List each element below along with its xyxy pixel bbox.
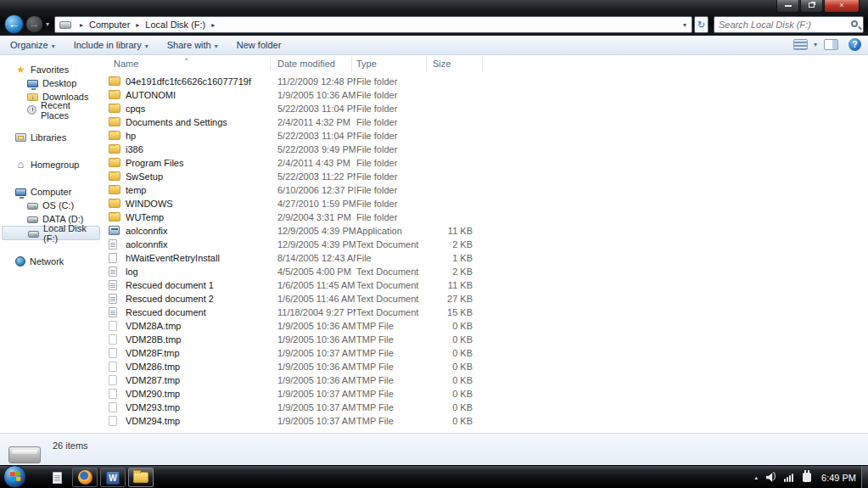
forward-button[interactable]: →	[25, 15, 43, 33]
volume-icon[interactable]	[766, 473, 776, 482]
table-row[interactable]: VDM28F.tmp 1/9/2005 10:37 AM TMP File 0 …	[102, 347, 868, 361]
table-row[interactable]: SwSetup 5/22/2003 11:22 PM File folder	[102, 171, 868, 184]
close-button[interactable]: ×	[824, 0, 860, 13]
table-row[interactable]: WUTemp 2/9/2004 3:31 PM File folder	[102, 211, 868, 225]
search-input[interactable]	[719, 18, 846, 31]
address-bar[interactable]: ▸ Computer ▸ Local Disk (F:) ▸ ▾	[54, 16, 692, 33]
address-dropdown-icon[interactable]: ▾	[683, 21, 686, 29]
show-desktop-button[interactable]	[861, 466, 868, 488]
table-row[interactable]: Program Files 2/4/2011 4:43 PM File fold…	[102, 157, 868, 171]
clock[interactable]: 6:49 PM	[821, 473, 856, 483]
column-divider[interactable]	[482, 57, 483, 71]
file-name[interactable]: VDM290.tmp	[126, 389, 272, 399]
table-row[interactable]: temp 6/10/2006 12:37 PM File folder	[102, 184, 868, 198]
file-name[interactable]: VDM28F.tmp	[126, 348, 272, 358]
minimize-button[interactable]	[776, 0, 799, 13]
sidebar-item-local-disk-f[interactable]: Local Disk (F:)	[2, 226, 100, 240]
preview-pane-icon[interactable]	[824, 39, 838, 50]
table-row[interactable]: hWaitEventRetryInstall 8/14/2005 12:43 A…	[102, 252, 868, 266]
file-name[interactable]: VDM294.tmp	[126, 416, 272, 426]
table-row[interactable]: WINDOWS 4/27/2010 1:59 PM File folder	[102, 198, 868, 211]
toolbar-new-folder[interactable]: New folder	[227, 37, 294, 53]
file-name[interactable]: VDM293.tmp	[126, 402, 272, 412]
column-divider[interactable]	[351, 57, 352, 71]
column-header-date-modified[interactable]: Date modified	[277, 59, 335, 69]
refresh-button[interactable]: ↻	[694, 16, 708, 33]
table-row[interactable]: VDM290.tmp 1/9/2005 10:37 AM TMP File 0 …	[102, 388, 868, 401]
table-row[interactable]: i386 5/22/2003 9:49 PM File folder	[102, 143, 868, 157]
search-box[interactable]	[714, 16, 864, 33]
table-row[interactable]: Rescued document 11/18/2004 9:27 PM Text…	[102, 306, 868, 320]
file-name[interactable]: hWaitEventRetryInstall	[126, 253, 272, 263]
file-name[interactable]: Rescued document 1	[126, 280, 272, 290]
start-button[interactable]	[3, 465, 26, 488]
file-name[interactable]: log	[126, 266, 272, 277]
sidebar-item-network[interactable]: Network	[2, 255, 100, 267]
column-header-name[interactable]: Name	[114, 59, 138, 69]
file-name[interactable]: Rescued document 2	[126, 294, 272, 304]
restore-button[interactable]	[800, 0, 823, 13]
table-row[interactable]: VDM287.tmp 1/9/2005 10:36 AM TMP File 0 …	[102, 374, 868, 388]
table-row[interactable]: Rescued document 2 1/6/2005 11:46 AM Tex…	[102, 293, 868, 306]
file-name[interactable]: 04e191dfc1fc6626c16077719f	[126, 76, 272, 87]
table-row[interactable]: log 4/5/2005 4:00 PM Text Document 2 KB	[102, 266, 868, 279]
taskbar-explorer-button[interactable]	[128, 468, 154, 487]
file-name[interactable]: temp	[126, 185, 272, 195]
breadcrumb-local-disk-f[interactable]: Local Disk (F:)	[144, 20, 206, 30]
toolbar-include-in-library[interactable]: Include in library▾	[64, 37, 157, 53]
table-row[interactable]: Rescued document 1 1/6/2005 11:45 AM Tex…	[102, 279, 868, 293]
file-name[interactable]: Rescued document	[126, 307, 272, 317]
network-icon[interactable]	[784, 473, 794, 482]
sidebar-item-libraries[interactable]: Libraries	[2, 131, 100, 143]
column-divider[interactable]	[426, 57, 427, 71]
column-header-size[interactable]: Size	[433, 59, 451, 69]
sidebar-item-desktop[interactable]: Desktop	[2, 76, 100, 89]
toolbar-share-with[interactable]: Share with▾	[157, 37, 227, 53]
sidebar-item-computer[interactable]: Computer	[2, 185, 100, 198]
file-name[interactable]: aolconnfix	[126, 239, 272, 250]
file-name[interactable]: VDM28A.tmp	[126, 321, 272, 331]
file-name[interactable]: i386	[126, 144, 272, 154]
table-row[interactable]: aolconnfix 12/9/2005 4:39 PM Text Docume…	[102, 238, 868, 252]
taskbar-document-button[interactable]	[44, 468, 70, 487]
toolbar-organize[interactable]: Organize▾	[0, 37, 64, 53]
help-icon[interactable]: ?	[848, 38, 861, 51]
file-name[interactable]: VDM28B.tmp	[126, 334, 272, 345]
file-name[interactable]: AUTONOMI	[126, 90, 272, 100]
sidebar-item-homegroup[interactable]: ⌂ Homegroup	[2, 158, 100, 171]
file-name[interactable]: hp	[126, 131, 272, 141]
show-hidden-icons-button[interactable]: ▴	[755, 474, 759, 481]
back-button[interactable]: ←	[4, 14, 24, 34]
table-row[interactable]: VDM294.tmp 1/9/2005 10:37 AM TMP File 0 …	[102, 415, 868, 429]
sidebar-item-os-c[interactable]: OS (C:)	[2, 199, 100, 211]
file-name[interactable]: SwSetup	[126, 171, 272, 182]
change-view-icon[interactable]	[793, 39, 808, 50]
table-row[interactable]: AUTONOMI 1/9/2005 10:36 AM File folder	[102, 89, 868, 103]
file-name[interactable]: aolconnfix	[126, 226, 272, 236]
file-name[interactable]: cpqs	[126, 104, 272, 114]
file-name[interactable]: Documents and Settings	[126, 117, 272, 127]
table-row[interactable]: aolconnfix 12/9/2005 4:39 PM Application…	[102, 225, 868, 238]
file-name[interactable]: WINDOWS	[126, 199, 272, 209]
breadcrumb-computer[interactable]: Computer	[88, 20, 131, 30]
file-name[interactable]: WUTemp	[126, 212, 272, 222]
table-row[interactable]: VDM286.tmp 1/9/2005 10:36 AM TMP File 0 …	[102, 361, 868, 374]
table-row[interactable]: cpqs 5/22/2003 11:04 PM File folder	[102, 103, 868, 116]
table-row[interactable]: 04e191dfc1fc6626c16077719f 11/2/2009 12:…	[102, 76, 868, 89]
sidebar-item-recent-places[interactable]: Recent Places	[2, 104, 100, 116]
sidebar-item-favorites[interactable]: ★ Favorites	[2, 63, 100, 76]
column-divider[interactable]	[270, 57, 271, 71]
table-row[interactable]: VDM28B.tmp 1/9/2005 10:36 AM TMP File 0 …	[102, 334, 868, 347]
taskbar-firefox-button[interactable]	[72, 468, 98, 487]
table-row[interactable]: VDM28A.tmp 1/9/2005 10:36 AM TMP File 0 …	[102, 320, 868, 334]
file-name[interactable]: Program Files	[126, 158, 272, 168]
table-row[interactable]: Documents and Settings 2/4/2011 4:32 PM …	[102, 116, 868, 130]
table-row[interactable]: VDM293.tmp 1/9/2005 10:37 AM TMP File 0 …	[102, 401, 868, 415]
column-header-type[interactable]: Type	[356, 59, 377, 69]
file-name[interactable]: VDM286.tmp	[126, 362, 272, 372]
power-icon[interactable]	[803, 473, 811, 482]
table-row[interactable]: hp 5/22/2003 11:04 PM File folder	[102, 130, 868, 143]
recent-pages-dropdown[interactable]: ▾	[46, 20, 49, 28]
taskbar-word-button[interactable]: W	[100, 468, 126, 487]
views-dropdown-icon[interactable]: ▾	[814, 41, 817, 48]
